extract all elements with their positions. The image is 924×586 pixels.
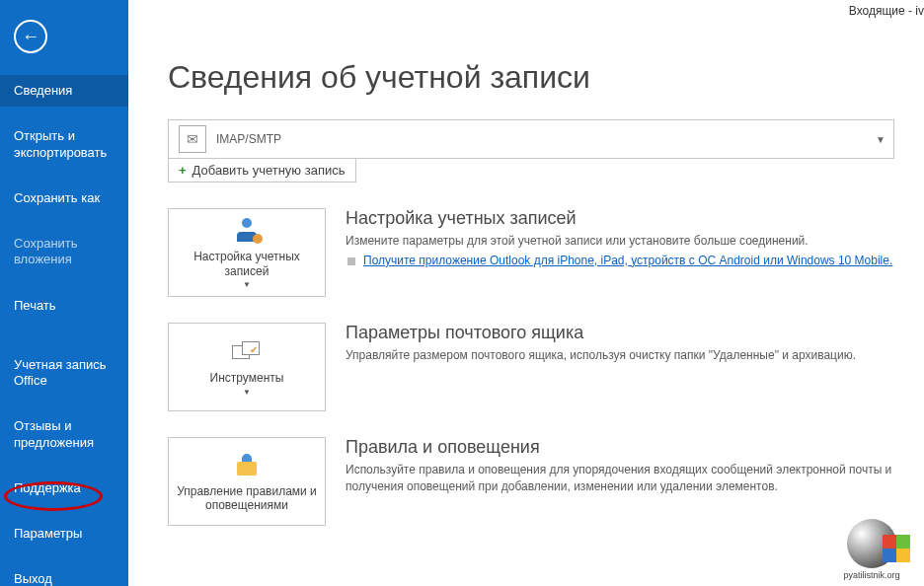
- section-desc: Управляйте размером почтового ящика, исп…: [346, 347, 894, 364]
- outlook-mobile-link[interactable]: Получите приложение Outlook для iPhone, …: [363, 254, 892, 267]
- account-selector[interactable]: ✉ IMAP/SMTP ▼: [168, 119, 894, 159]
- account-subtype: IMAP/SMTP: [216, 132, 281, 146]
- sidebar-item-save-as[interactable]: Сохранить как: [0, 183, 128, 214]
- sidebar-item-office-account[interactable]: Учетная запись Office: [0, 349, 128, 398]
- account-icon: ✉: [179, 125, 206, 153]
- tools-icon: ✔: [231, 337, 263, 365]
- sidebar-item-info[interactable]: Сведения: [0, 75, 128, 107]
- chevron-down-icon: ▼: [876, 134, 886, 145]
- sidebar-item-options[interactable]: Параметры: [0, 518, 128, 549]
- tile-label: Инструменты: [204, 371, 290, 385]
- user-settings-icon: [231, 216, 263, 244]
- chevron-down-icon: ▼: [243, 280, 251, 289]
- sidebar-item-print[interactable]: Печать: [0, 290, 128, 322]
- sidebar-item-support[interactable]: Поддержка: [0, 473, 128, 504]
- sidebar-item-exit[interactable]: Выход: [0, 563, 128, 586]
- watermark-text: pyatilistnik.org: [843, 570, 899, 580]
- section-title: Параметры почтового ящика: [346, 323, 894, 343]
- windows-flag-icon: [883, 535, 910, 562]
- chevron-down-icon: ▼: [243, 388, 251, 397]
- add-account-button[interactable]: + Добавить учетную запись: [168, 159, 356, 183]
- page-title: Сведения об учетной записи: [168, 59, 894, 96]
- plus-icon: +: [179, 163, 187, 178]
- section-account-settings: Настройка учетных записей ▼ Настройка уч…: [168, 208, 894, 297]
- rules-icon: [231, 451, 263, 478]
- sidebar-item-feedback[interactable]: Отзывы и предложения: [0, 410, 128, 459]
- sidebar-item-open-export[interactable]: Открыть и экспортировать: [0, 120, 128, 169]
- arrow-left-icon: ←: [22, 28, 39, 45]
- section-rules-alerts: Управление правилами и оповещениями Прав…: [168, 437, 894, 526]
- backstage-sidebar: ← Сведения Открыть и экспортировать Сохр…: [0, 0, 128, 586]
- tile-label: Управление правилами и оповещениями: [169, 484, 325, 513]
- main-content: Сведения об учетной записи ✉ IMAP/SMTP ▼…: [128, 0, 924, 586]
- tile-tools[interactable]: ✔ Инструменты ▼: [168, 323, 326, 411]
- tile-rules-alerts[interactable]: Управление правилами и оповещениями: [168, 437, 326, 526]
- section-title: Настройка учетных записей: [346, 208, 894, 229]
- watermark-badge: pyatilistnik.org: [827, 503, 916, 580]
- section-desc: Измените параметры для этой учетной запи…: [346, 233, 894, 250]
- tile-label: Настройка учетных записей: [169, 250, 325, 278]
- back-button[interactable]: ←: [14, 20, 47, 53]
- bullet-icon: [347, 257, 355, 265]
- tile-account-settings[interactable]: Настройка учетных записей ▼: [168, 208, 326, 297]
- section-desc: Используйте правила и оповещения для упо…: [346, 462, 894, 495]
- add-account-label: Добавить учетную запись: [192, 163, 346, 178]
- section-title: Правила и оповещения: [346, 437, 894, 458]
- sidebar-item-save-attachments: Сохранить вложения: [0, 228, 128, 276]
- section-mailbox-settings: ✔ Инструменты ▼ Параметры почтового ящик…: [168, 323, 894, 411]
